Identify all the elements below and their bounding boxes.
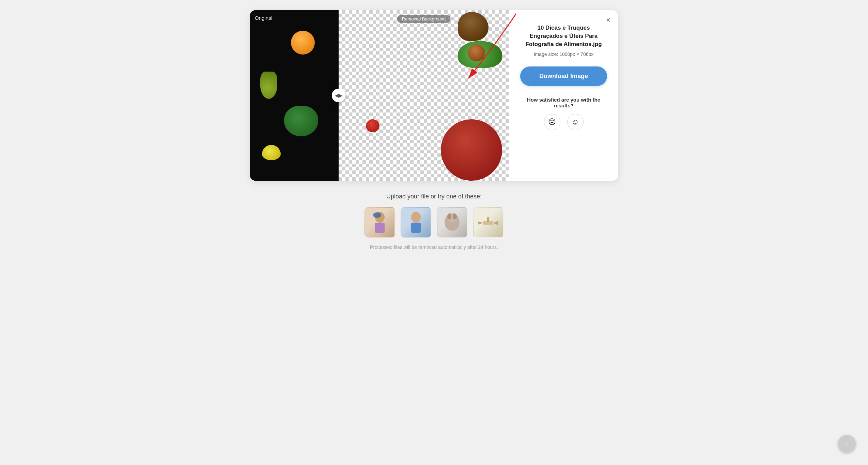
divider-handle[interactable]: ◀▶ [332,89,345,102]
removed-bg-pane: Removed Background [339,10,509,181]
scroll-up-icon: ↑ [845,439,849,448]
toy-thumb-icon [476,214,500,231]
sample-images-row [365,207,503,238]
fruit-orange-dark [291,31,315,55]
fruit-pineapple-dark [260,72,277,99]
happy-face-icon: ☺ [571,118,579,126]
man-thumb-icon [406,210,426,234]
close-button[interactable]: × [606,16,610,24]
svg-rect-3 [375,223,385,233]
download-image-button[interactable]: Download Image [520,66,607,86]
fruit-watermelon-dark [284,106,318,136]
fruit-coconut-transparent [458,12,489,41]
original-pane: Original [250,10,339,181]
removed-label: Removed Background [397,15,451,23]
sad-face-button[interactable]: ☹ [544,114,560,130]
image-compare-area: Original ◀▶ Removed Background [250,10,509,181]
satisfaction-icons: ☹ ☺ [544,114,584,130]
satisfaction-question: How satisfied are you with the results? [520,97,607,108]
info-panel: 10 Dicas e Truques Engraçados e Úteis Pa… [509,10,618,181]
svg-marker-11 [478,221,483,225]
dog-thumb-icon [442,210,462,234]
svg-point-4 [411,212,421,223]
svg-point-8 [447,213,451,220]
sample-image-toy[interactable] [473,207,503,238]
sample-image-dog[interactable] [437,207,467,238]
original-bg [250,10,339,181]
scroll-to-top-button[interactable]: ↑ [838,435,856,453]
fruit-pomegranate-transparent [441,119,502,181]
sample-image-man[interactable] [401,207,431,238]
chevron-left-icon: ◀ [335,93,339,98]
sample-image-cyclist[interactable] [365,207,395,238]
original-label: Original [255,15,273,21]
main-result-card: × Original ◀▶ Removed Background [250,10,618,181]
fruit-small-red-transparent [366,119,379,132]
sad-face-icon: ☹ [548,118,556,126]
file-title: 10 Dicas e Truques Engraçados e Úteis Pa… [520,24,607,48]
bottom-section: Upload your file or try one of these: [7,193,861,250]
image-size: Image size: 1000px × 706px [534,51,594,57]
cyclist-thumb-icon [370,210,390,234]
svg-point-2 [373,212,381,218]
happy-face-button[interactable]: ☺ [567,114,584,130]
svg-marker-12 [493,221,498,225]
fruit-lemon-dark [262,145,281,160]
upload-label: Upload your file or try one of these: [386,193,482,200]
svg-rect-13 [487,217,489,222]
fruit-avocado-seed [468,44,485,61]
svg-point-9 [453,213,457,220]
svg-rect-5 [411,223,421,233]
processed-note: Processed files will be removed automati… [370,244,498,250]
chevron-right-icon: ▶ [339,93,342,98]
